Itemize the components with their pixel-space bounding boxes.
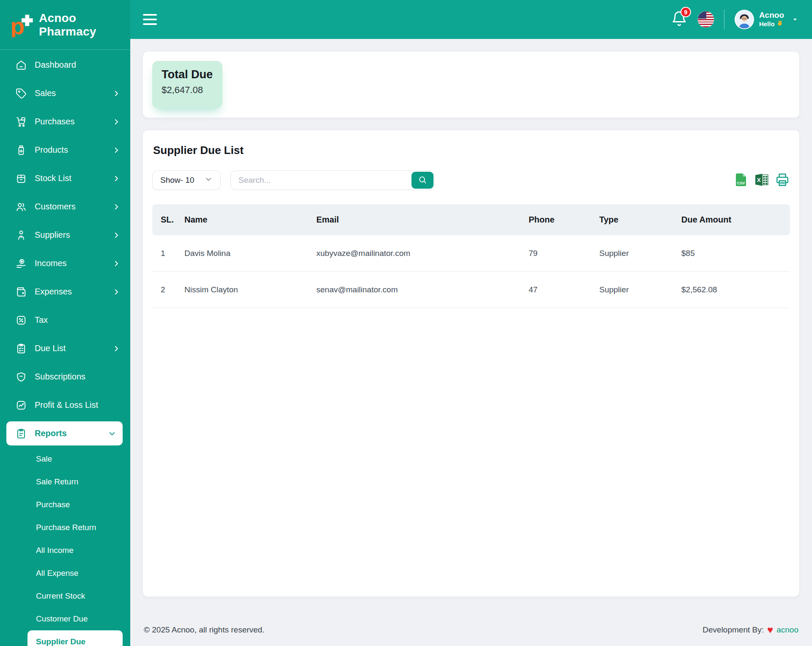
submenu-item-sale[interactable]: Sale bbox=[0, 448, 130, 470]
submenu-item-all-expense[interactable]: All Expense bbox=[0, 562, 130, 585]
submenu-item-current-stock[interactable]: Current Stock bbox=[0, 585, 130, 608]
notification-badge: 9 bbox=[680, 7, 691, 17]
sidebar-item-profit-loss[interactable]: Profit & Loss List bbox=[0, 391, 130, 419]
chevron-right-icon bbox=[112, 90, 120, 97]
chevron-right-icon bbox=[112, 118, 120, 126]
user-name-block: Acnoo Hello bbox=[759, 11, 784, 29]
copyright-text: © 2025 Acnoo, all rights reserved. bbox=[144, 625, 264, 635]
caret-down-icon bbox=[792, 16, 798, 23]
submenu-item-supplier-due[interactable]: Supplier Due bbox=[27, 630, 123, 646]
sidebar-item-incomes[interactable]: Incomes bbox=[0, 249, 130, 278]
user-menu[interactable]: Acnoo Hello bbox=[735, 10, 798, 29]
cell-name: Nissim Clayton bbox=[184, 285, 316, 294]
brand-name: Acnoo Pharmacy bbox=[39, 11, 130, 38]
excel-file-icon: X bbox=[754, 172, 769, 189]
sidebar-item-stock-list[interactable]: Stock List bbox=[0, 164, 130, 192]
column-header-name: Name bbox=[184, 215, 316, 225]
heart-icon: ♥ bbox=[767, 625, 773, 635]
menu-toggle-button[interactable] bbox=[140, 11, 159, 27]
stock-box-icon bbox=[16, 173, 27, 184]
column-header-type: Type bbox=[599, 215, 681, 225]
cell-email: xubyvaze@mailinator.com bbox=[316, 249, 529, 258]
table-row[interactable]: 2 Nissim Clayton senav@mailinator.com 47… bbox=[152, 272, 790, 308]
header-divider bbox=[724, 10, 724, 29]
notifications-button[interactable]: 9 bbox=[671, 10, 688, 29]
avatar bbox=[735, 10, 754, 29]
column-header-sl: SL. bbox=[152, 215, 184, 225]
cell-type: Supplier bbox=[599, 285, 681, 294]
svg-text:X: X bbox=[757, 177, 761, 183]
sidebar-item-reports[interactable]: Reports bbox=[6, 421, 123, 445]
sidebar-item-products[interactable]: Products bbox=[0, 136, 130, 164]
table-row[interactable]: 1 Davis Molina xubyvaze@mailinator.com 7… bbox=[152, 235, 790, 272]
brand-logo[interactable]: p Acnoo Pharmacy bbox=[0, 0, 130, 50]
search-box bbox=[230, 170, 435, 190]
cell-sl: 1 bbox=[152, 249, 184, 258]
clipboard-check-icon bbox=[16, 343, 27, 354]
development-by: Development By: ♥ acnoo bbox=[702, 625, 798, 635]
search-button[interactable] bbox=[411, 172, 433, 189]
main-content: Total Due $2,647.08 Supplier Due List Sh… bbox=[130, 39, 812, 646]
hand-coin-icon bbox=[16, 258, 27, 269]
page-footer: © 2025 Acnoo, all rights reserved. Devel… bbox=[143, 625, 799, 646]
developer-link[interactable]: acnoo bbox=[776, 625, 798, 635]
total-due-value: $2,647.08 bbox=[162, 85, 222, 96]
print-button[interactable] bbox=[775, 172, 790, 189]
reports-submenu: Sale Sale Return Purchase Purchase Retur… bbox=[0, 448, 130, 646]
shield-tag-icon bbox=[16, 371, 27, 382]
page-size-select[interactable]: Show- 10 bbox=[152, 170, 221, 190]
sidebar-item-dashboard[interactable]: Dashboard bbox=[0, 51, 130, 79]
sidebar-item-due-list[interactable]: Due List bbox=[0, 334, 130, 363]
chevron-down-icon bbox=[108, 430, 116, 437]
wallet-icon bbox=[16, 286, 27, 297]
total-due-card: Total Due $2,647.08 bbox=[152, 61, 222, 108]
supplier-due-table: SL. Name Email Phone Type Due Amount 1 D… bbox=[152, 204, 790, 308]
chevron-right-icon bbox=[112, 288, 120, 296]
chevron-right-icon bbox=[112, 203, 120, 211]
supplier-person-icon bbox=[16, 230, 27, 241]
chevron-right-icon bbox=[112, 260, 120, 267]
top-header: 9 Acnoo Hell bbox=[130, 0, 812, 39]
us-flag-icon[interactable] bbox=[698, 11, 714, 27]
cell-phone: 79 bbox=[529, 249, 599, 258]
sidebar-item-purchases[interactable]: Purchases bbox=[0, 107, 130, 136]
submenu-item-sale-return[interactable]: Sale Return bbox=[0, 470, 130, 493]
search-input[interactable] bbox=[230, 170, 435, 190]
submenu-item-all-income[interactable]: All Income bbox=[0, 539, 130, 562]
cell-due-amount: $2,562.08 bbox=[681, 285, 790, 294]
export-excel-button[interactable]: X bbox=[754, 172, 769, 189]
svg-text:CSV: CSV bbox=[737, 181, 745, 185]
waving-hand-icon bbox=[776, 20, 783, 28]
chevron-right-icon bbox=[112, 175, 120, 182]
cell-email: senav@mailinator.com bbox=[316, 285, 529, 294]
chart-trend-icon bbox=[16, 400, 27, 411]
cell-due-amount: $85 bbox=[681, 249, 790, 258]
sidebar-item-customers[interactable]: Customers bbox=[0, 192, 130, 221]
submenu-item-purchase[interactable]: Purchase bbox=[0, 493, 130, 516]
cart-icon bbox=[16, 116, 27, 127]
sidebar-item-suppliers[interactable]: Suppliers bbox=[0, 221, 130, 249]
svg-text:p: p bbox=[10, 13, 25, 37]
export-buttons: CSV X bbox=[733, 172, 790, 189]
chevron-down-icon bbox=[204, 175, 213, 186]
sidebar-nav: Dashboard Sales Purchases Products Stock… bbox=[0, 50, 130, 646]
sidebar-item-expenses[interactable]: Expenses bbox=[0, 278, 130, 306]
greeting-text: Hello bbox=[759, 20, 775, 28]
cell-type: Supplier bbox=[599, 249, 681, 258]
sidebar-item-subscriptions[interactable]: Subscriptions bbox=[0, 363, 130, 391]
summary-card: Total Due $2,647.08 bbox=[143, 52, 799, 118]
submenu-item-purchase-return[interactable]: Purchase Return bbox=[0, 516, 130, 539]
header-actions: 9 Acnoo Hell bbox=[671, 10, 798, 29]
sidebar-item-tax[interactable]: Tax bbox=[0, 306, 130, 334]
column-header-phone: Phone bbox=[529, 215, 599, 225]
cell-name: Davis Molina bbox=[184, 249, 316, 258]
column-header-due-amount: Due Amount bbox=[681, 215, 790, 225]
search-icon bbox=[418, 175, 427, 186]
export-csv-button[interactable]: CSV bbox=[733, 172, 749, 189]
table-header-row: SL. Name Email Phone Type Due Amount bbox=[152, 204, 790, 235]
submenu-item-customer-due[interactable]: Customer Due bbox=[0, 608, 130, 630]
sidebar: p Acnoo Pharmacy Dashboard Sales Purchas… bbox=[0, 0, 130, 646]
sidebar-item-sales[interactable]: Sales bbox=[0, 79, 130, 107]
price-tag-icon bbox=[16, 88, 27, 99]
percent-icon bbox=[16, 315, 27, 326]
